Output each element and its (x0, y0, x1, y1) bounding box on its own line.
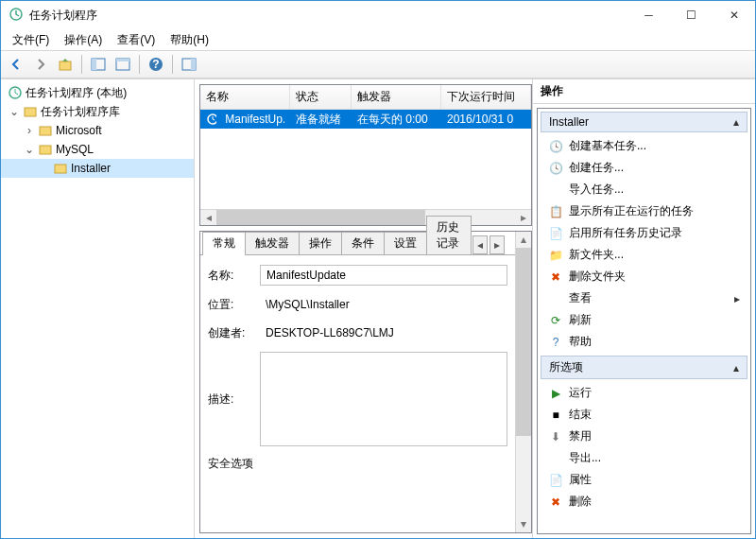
action-enable-history[interactable]: 📄启用所有任务历史记录 (541, 222, 747, 244)
action-end[interactable]: ■结束 (541, 404, 747, 426)
menu-view[interactable]: 查看(V) (112, 30, 161, 50)
tree-microsoft[interactable]: › Microsoft (1, 121, 194, 140)
action-help[interactable]: ?帮助 (541, 331, 747, 353)
scroll-up-icon[interactable]: ▴ (516, 232, 531, 248)
task-icon (206, 113, 216, 126)
col-status[interactable]: 状态 (290, 85, 352, 109)
help-icon: ? (548, 335, 563, 350)
action-delete-folder[interactable]: ✖删除文件夹 (541, 266, 747, 287)
tab-conditions[interactable]: 条件 (341, 232, 385, 254)
svg-rect-3 (92, 59, 96, 70)
tree-mysql[interactable]: ⌄ MySQL (1, 140, 194, 159)
tab-triggers[interactable]: 触发器 (245, 232, 300, 254)
properties-button[interactable] (112, 53, 134, 76)
scroll-down-icon[interactable]: ▾ (516, 516, 531, 532)
tab-actions[interactable]: 操作 (299, 232, 342, 254)
actions-section-installer[interactable]: Installer ▴ (541, 112, 747, 132)
vertical-scrollbar[interactable]: ▴ ▾ (515, 232, 531, 532)
tree-library[interactable]: ⌄ 任务计划程序库 (1, 102, 194, 121)
action-view[interactable]: 查看▸ (541, 287, 747, 309)
name-label: 名称: (208, 268, 260, 284)
action-refresh[interactable]: ⟳刷新 (541, 309, 747, 331)
security-options-label: 安全选项 (208, 456, 507, 472)
collapse-icon[interactable]: ▴ (733, 115, 739, 129)
name-field[interactable] (260, 265, 507, 286)
separator (139, 55, 140, 74)
tree-label: Microsoft (56, 124, 102, 137)
action-export[interactable]: 导出... (541, 447, 747, 469)
back-button[interactable] (5, 53, 27, 76)
scroll-thumb[interactable] (216, 210, 425, 225)
disable-icon: ⬇ (548, 429, 563, 444)
action-create-task[interactable]: 🕓创建任务... (541, 157, 747, 179)
scroll-right-icon[interactable]: ▸ (515, 211, 531, 224)
tab-general[interactable]: 常规 (202, 232, 246, 255)
folder-icon: 📁 (548, 248, 563, 263)
tree-label: 任务计划程序 (本地) (26, 85, 127, 101)
author-value: DESKTOP-LL689C7\LMJ (260, 323, 507, 342)
col-name[interactable]: 名称 (200, 85, 290, 109)
action-delete[interactable]: ✖删除 (541, 491, 747, 513)
tree-label: MySQL (56, 143, 94, 156)
task-list[interactable]: 名称 状态 触发器 下次运行时间 ManifestUp... 准备就绪 在每天的… (199, 84, 532, 226)
expand-icon[interactable]: › (24, 124, 35, 137)
tree-label: Installer (71, 162, 111, 175)
forward-button[interactable] (29, 53, 52, 76)
svg-rect-11 (25, 108, 36, 116)
actions-section-selected[interactable]: 所选项 ▴ (541, 356, 747, 379)
action-pane-button[interactable] (178, 53, 200, 76)
svg-rect-1 (60, 61, 71, 70)
close-button[interactable]: ✕ (713, 1, 755, 29)
tab-scroll-left[interactable]: ◂ (472, 235, 488, 254)
up-button[interactable] (54, 53, 77, 76)
refresh-icon: ⟳ (548, 313, 563, 328)
description-label: 描述: (208, 391, 260, 408)
collapse-icon[interactable]: ⌄ (24, 143, 35, 156)
clock-icon (8, 85, 23, 100)
action-properties[interactable]: 📄属性 (541, 469, 747, 491)
navigation-tree[interactable]: 任务计划程序 (本地) ⌄ 任务计划程序库 › Microsoft ⌄ MySQ… (1, 79, 195, 538)
tree-installer[interactable]: Installer (1, 159, 194, 178)
svg-rect-12 (40, 127, 51, 135)
separator (172, 55, 173, 74)
col-next[interactable]: 下次运行时间 (441, 85, 531, 109)
collapse-icon[interactable]: ⌄ (9, 105, 20, 118)
section-label: 所选项 (549, 359, 583, 375)
tab-history[interactable]: 历史记录 (426, 216, 472, 254)
horizontal-scrollbar[interactable]: ◂ ▸ (200, 209, 531, 225)
action-import-task[interactable]: 导入任务... (541, 179, 747, 200)
action-disable[interactable]: ⬇禁用 (541, 426, 747, 447)
folder-icon (38, 142, 53, 157)
actions-pane-title: 操作 (533, 79, 755, 104)
menu-help[interactable]: 帮助(H) (164, 30, 215, 50)
window-title: 任务计划程序 (29, 8, 627, 24)
location-label: 位置: (208, 297, 260, 313)
maximize-button[interactable]: ☐ (670, 1, 713, 29)
help-button[interactable]: ? (145, 53, 167, 76)
stop-icon: ■ (548, 408, 563, 423)
col-trigger[interactable]: 触发器 (352, 85, 441, 109)
author-label: 创建者: (208, 325, 260, 341)
action-show-running[interactable]: 📋显示所有正在运行的任务 (541, 200, 747, 222)
history-icon: 📄 (548, 226, 563, 241)
folder-icon (53, 161, 68, 176)
menu-file[interactable]: 文件(F) (7, 30, 55, 50)
separator (81, 55, 82, 74)
list-icon: 📋 (548, 204, 563, 219)
action-new-folder[interactable]: 📁新文件夹... (541, 244, 747, 266)
task-row[interactable]: ManifestUp... 准备就绪 在每天的 0:00 2016/10/31 … (200, 110, 531, 129)
tab-scroll-right[interactable]: ▸ (490, 235, 505, 254)
collapse-icon[interactable]: ▴ (733, 361, 739, 374)
show-hide-tree-button[interactable] (87, 53, 110, 76)
minimize-button[interactable]: ─ (627, 1, 670, 29)
menu-action[interactable]: 操作(A) (59, 30, 108, 50)
app-icon (9, 7, 24, 25)
tree-root[interactable]: 任务计划程序 (本地) (1, 83, 194, 102)
description-field[interactable] (260, 352, 507, 446)
action-create-basic-task[interactable]: 🕓创建基本任务... (541, 135, 747, 157)
scroll-thumb[interactable] (516, 248, 531, 436)
action-run[interactable]: ▶运行 (541, 382, 747, 404)
chevron-right-icon: ▸ (734, 292, 740, 305)
scroll-left-icon[interactable]: ◂ (200, 211, 216, 224)
tab-settings[interactable]: 设置 (384, 232, 427, 254)
